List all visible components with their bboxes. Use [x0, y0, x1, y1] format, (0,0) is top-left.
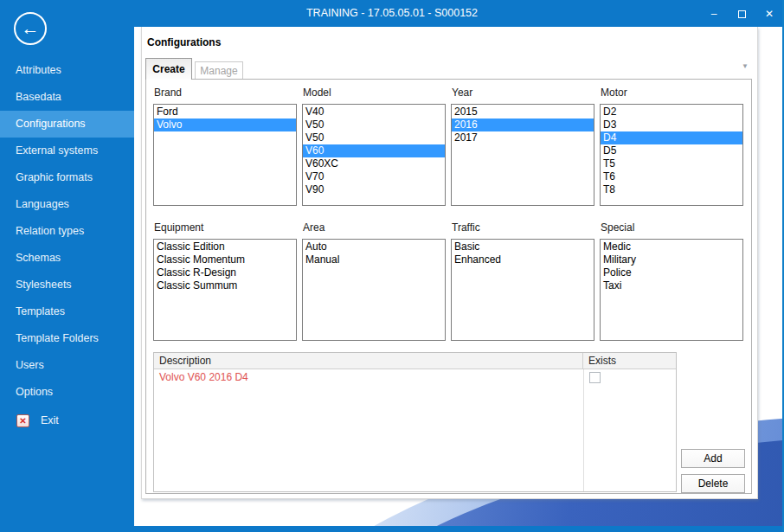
list-item[interactable]: T8 [601, 183, 742, 196]
sidebar-item-relation-types[interactable]: Relation types [0, 218, 134, 245]
back-button[interactable]: ← [14, 12, 47, 45]
list-item[interactable]: Police [601, 266, 742, 279]
list-item[interactable]: V70 [303, 170, 445, 183]
exit-label: Exit [41, 414, 59, 426]
list-item[interactable]: T6 [601, 170, 742, 183]
label-year: Year [452, 87, 472, 99]
page-title: Configurations [147, 36, 221, 48]
sidebar-item-external-systems[interactable]: External systems [0, 138, 134, 164]
sidebar-item-attributes[interactable]: Attributes [0, 57, 134, 84]
sidebar-item-templates[interactable]: Templates [0, 298, 134, 325]
sidebar-item-stylesheets[interactable]: Stylesheets [0, 272, 134, 298]
tab-create[interactable]: Create [145, 58, 192, 80]
listbox-year[interactable]: 201520162017 [451, 104, 594, 206]
sidebar-item-languages[interactable]: Languages [0, 191, 134, 218]
listbox-traffic[interactable]: BasicEnhanced [451, 239, 594, 341]
list-item[interactable]: T5 [601, 157, 742, 170]
sidebar-item-users[interactable]: Users [0, 352, 134, 379]
list-item[interactable]: 2015 [452, 106, 594, 119]
exists-checkbox[interactable] [589, 372, 601, 383]
list-item[interactable]: Taxi [601, 279, 742, 292]
sidebar-item-template-folders[interactable]: Template Folders [0, 325, 134, 352]
table-header: Description Exists [154, 353, 676, 369]
label-brand: Brand [154, 87, 182, 99]
listbox-area[interactable]: AutoManual [302, 239, 446, 341]
list-item[interactable]: Classic Edition [154, 240, 296, 253]
list-item[interactable]: D3 [601, 119, 742, 131]
list-item[interactable]: V50 [303, 131, 445, 144]
list-item[interactable]: D4 [601, 131, 742, 144]
column-separator [583, 369, 584, 491]
window-controls: – ✕ [706, 0, 777, 27]
label-special: Special [601, 221, 634, 234]
content-panel: Configurations Create Manage ▼ BrandFord… [141, 27, 758, 499]
cell-exists [583, 369, 676, 385]
label-area: Area [303, 221, 325, 234]
bottom-bar [0, 526, 784, 532]
list-item[interactable]: Auto [303, 240, 445, 253]
sidebar-item-basedata[interactable]: Basedata [0, 84, 134, 111]
list-item[interactable]: V90 [303, 183, 445, 196]
list-item[interactable]: Medic [601, 240, 742, 253]
label-equipment: Equipment [154, 221, 203, 234]
list-item[interactable]: D2 [601, 106, 742, 119]
listbox-model[interactable]: V40V50V50V60V60XCV70V90 [302, 104, 446, 206]
cell-description: Volvo V60 2016 D4 [154, 369, 583, 385]
chevron-down-icon[interactable]: ▼ [742, 62, 749, 70]
list-item[interactable]: V40 [303, 106, 445, 119]
app-window: TRAINING - 17.05.05.01 - S000152 – ✕ ← A… [0, 0, 784, 532]
list-item[interactable]: Military [601, 253, 742, 266]
list-item[interactable]: V60XC [303, 157, 445, 170]
list-item[interactable]: 2017 [452, 131, 594, 144]
list-item[interactable]: D5 [601, 144, 742, 157]
list-item[interactable]: 2016 [452, 119, 594, 131]
listbox-equipment[interactable]: Classic EditionClassic MomentumClassic R… [153, 239, 297, 341]
column-header-description[interactable]: Description [154, 353, 583, 369]
table-body: Volvo V60 2016 D4 [154, 369, 676, 491]
sidebar-item-graphic-formats[interactable]: Graphic formats [0, 164, 134, 191]
maximize-button[interactable] [734, 6, 749, 22]
listbox-brand[interactable]: FordVolvo [153, 104, 297, 206]
list-item[interactable]: Classic Momentum [154, 253, 296, 266]
list-item[interactable]: Classic R-Design [154, 266, 296, 279]
minimize-button[interactable]: – [706, 6, 722, 22]
list-item[interactable]: Basic [452, 240, 594, 253]
tabpage-create: BrandFordVolvoModelV40V50V50V60V60XCV70V… [145, 79, 752, 494]
table-row[interactable]: Volvo V60 2016 D4 [154, 369, 676, 385]
list-item[interactable]: V50 [303, 119, 445, 131]
column-header-exists[interactable]: Exists [583, 353, 676, 369]
list-item[interactable]: Classic Summum [154, 279, 296, 292]
add-button[interactable]: Add [681, 449, 745, 468]
listbox-motor[interactable]: D2D3D4D5T5T6T8 [600, 104, 743, 206]
sidebar-item-configurations[interactable]: Configurations [0, 111, 134, 138]
sidebar-item-schemas[interactable]: Schemas [0, 245, 134, 272]
delete-button[interactable]: Delete [681, 474, 745, 493]
list-item[interactable]: V60 [303, 144, 445, 157]
list-item[interactable]: Enhanced [452, 253, 594, 266]
listbox-special[interactable]: MedicMilitaryPoliceTaxi [600, 239, 743, 341]
sidebar-nav: AttributesBasedataConfigurationsExternal… [0, 57, 134, 406]
maximize-icon [738, 10, 746, 18]
list-item[interactable]: Volvo [154, 119, 296, 131]
configurations-table: Description Exists Volvo V60 2016 D4 [153, 352, 677, 492]
sidebar-item-exit[interactable]: ✕ Exit [0, 407, 134, 434]
list-item[interactable]: Manual [303, 253, 445, 266]
sidebar-item-options[interactable]: Options [0, 379, 134, 406]
label-traffic: Traffic [452, 221, 480, 234]
back-arrow-icon: ← [22, 18, 40, 38]
tab-manage[interactable]: Manage [195, 61, 243, 80]
list-item[interactable]: Ford [154, 106, 296, 119]
sidebar: ← AttributesBasedataConfigurationsExtern… [0, 0, 134, 526]
label-motor: Motor [601, 87, 627, 99]
exit-icon: ✕ [16, 414, 29, 427]
label-model: Model [303, 87, 331, 99]
close-button[interactable]: ✕ [762, 6, 777, 22]
